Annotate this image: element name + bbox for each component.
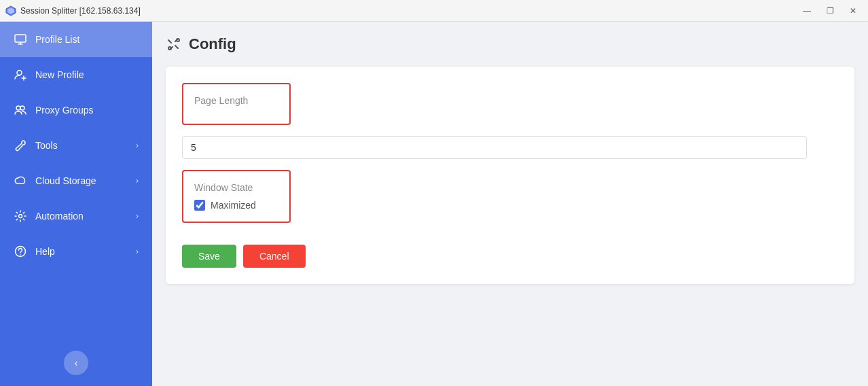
sidebar-item-label: Proxy Groups [35,105,94,116]
sidebar-item-cloud-storage[interactable]: Cloud Storage › [0,163,152,198]
svg-point-14 [168,47,171,50]
chevron-right-icon: › [136,176,139,186]
wrench-icon [14,139,27,152]
chevron-right-icon: › [136,141,139,150]
titlebar-title-group: Session Splitter [162.158.63.134] [5,5,141,16]
chevron-right-icon: › [136,211,139,221]
user-plus-icon [14,68,27,82]
page-header: Config [166,35,854,53]
svg-rect-2 [15,35,26,42]
sidebar-item-tools[interactable]: Tools › [0,128,152,163]
sidebar-item-label: Cloud Storage [35,175,96,186]
titlebar: Session Splitter [162.158.63.134] — ❐ ✕ [0,0,868,22]
maximized-checkbox[interactable] [194,200,205,211]
sidebar-item-proxy-groups[interactable]: Proxy Groups [0,92,152,128]
sidebar-item-new-profile[interactable]: New Profile [0,57,152,92]
help-icon [14,245,27,258]
svg-point-8 [16,106,20,110]
page-length-section: Page Length [182,83,291,125]
window-controls: — ❐ ✕ [797,4,863,18]
save-button[interactable]: Save [182,245,236,268]
restore-button[interactable]: ❐ [820,4,839,18]
app-body: Profile List New Profile [0,22,868,386]
svg-point-12 [20,254,21,256]
cloud-icon [14,174,27,188]
titlebar-text: Session Splitter [162.158.63.134] [20,6,141,16]
svg-point-5 [17,71,22,75]
monitor-icon [14,33,27,46]
svg-point-10 [19,215,22,218]
close-button[interactable]: ✕ [844,4,863,18]
gear-icon [14,209,27,223]
sidebar-item-label: New Profile [35,69,84,80]
collapse-sidebar-button[interactable]: ‹ [64,351,88,375]
maximized-label[interactable]: Maximized [211,200,256,211]
config-icon [166,36,182,52]
page-length-label: Page Length [194,95,278,106]
sidebar-item-profile-list[interactable]: Profile List [0,22,152,57]
sidebar-item-label: Help [35,246,55,257]
cancel-button[interactable]: Cancel [243,245,306,268]
sidebar-item-label: Automation [35,211,84,222]
users-icon [14,103,27,117]
minimize-button[interactable]: — [797,4,816,18]
config-card: Page Length Window State Maximized Save … [166,67,854,284]
sidebar-item-label: Profile List [35,34,79,45]
chevron-right-icon: › [136,247,139,256]
app-icon [5,5,16,16]
button-row: Save Cancel [182,239,838,268]
main-content: Config Page Length Window State Maximize… [152,22,868,386]
svg-point-9 [20,106,24,110]
page-length-input[interactable] [182,136,807,159]
sidebar: Profile List New Profile [0,22,152,386]
sidebar-collapse-area: ‹ [0,340,152,386]
window-state-section: Window State Maximized [182,170,291,223]
window-state-label: Window State [194,182,278,193]
sidebar-item-label: Tools [35,140,58,151]
sidebar-item-automation[interactable]: Automation › [0,198,152,234]
sidebar-item-help[interactable]: Help › [0,234,152,269]
page-title: Config [189,35,236,53]
svg-point-13 [177,39,179,41]
page-length-input-wrapper [182,136,838,159]
maximized-checkbox-row: Maximized [194,200,278,211]
